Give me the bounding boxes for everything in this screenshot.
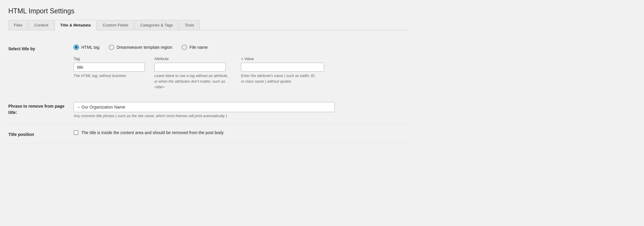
tab-content[interactable]: Content: [29, 20, 54, 30]
radio-file-name-label: File name: [189, 45, 207, 50]
title-position-checkbox-option[interactable]: The title is inside the content area and…: [74, 130, 407, 135]
tab-categories-tags[interactable]: Categories & Tags: [134, 20, 178, 30]
tag-input[interactable]: [74, 63, 145, 72]
value-label: = Value: [241, 56, 324, 61]
radio-html-tag[interactable]: HTML tag: [74, 45, 99, 50]
phrase-hint: Any common title phrase ( such as the si…: [74, 114, 407, 118]
attribute-hint: Leave blank to use a tag without an attr…: [154, 73, 231, 90]
tabs-bar: Files Content Title & Metadata Custom Fi…: [8, 20, 407, 30]
radio-html-tag-label: HTML tag: [81, 45, 99, 50]
tab-title-metadata[interactable]: Title & Metadata: [55, 20, 96, 30]
phrase-remove-section: Phrase to remove from page title: Any co…: [8, 96, 407, 124]
phrase-remove-label: Phrase to remove from page title:: [8, 102, 74, 116]
tag-attribute-value-row: Tag The HTML tag, without brackets Attri…: [74, 56, 407, 90]
value-hint: Enter the attribute's value ( such as wi…: [241, 73, 318, 84]
attribute-input[interactable]: [154, 63, 226, 72]
radio-dreamweaver-label: Dreamweaver template region: [117, 45, 172, 50]
tag-hint: The HTML tag, without brackets: [74, 73, 145, 79]
title-position-label: Title position: [8, 130, 74, 138]
tab-tools[interactable]: Tools: [179, 20, 200, 30]
tag-label: Tag: [74, 56, 145, 61]
select-title-content: HTML tag Dreamweaver template region Fil…: [74, 45, 407, 90]
value-field-group: = Value Enter the attribute's value ( su…: [241, 56, 324, 84]
radio-html-tag-input[interactable]: [74, 45, 79, 50]
radio-dreamweaver[interactable]: Dreamweaver template region: [109, 45, 172, 50]
page-title: HTML Import Settings: [8, 7, 407, 15]
radio-dreamweaver-input[interactable]: [109, 45, 114, 50]
attribute-label: Attribute: [154, 56, 231, 61]
phrase-input[interactable]: [74, 102, 335, 112]
attribute-field-group: Attribute Leave blank to use a tag witho…: [154, 56, 231, 90]
select-title-label: Select title by: [8, 45, 74, 52]
title-position-content: The title is inside the content area and…: [74, 130, 407, 135]
title-position-checkbox[interactable]: [74, 130, 78, 135]
phrase-remove-content: Any common title phrase ( such as the si…: [74, 102, 407, 118]
radio-file-name[interactable]: File name: [182, 45, 207, 50]
title-position-section: Title position The title is inside the c…: [8, 124, 407, 144]
tag-field-group: Tag The HTML tag, without brackets: [74, 56, 145, 79]
page-wrapper: HTML Import Settings Files Content Title…: [0, 0, 415, 151]
tab-custom-fields[interactable]: Custom Fields: [97, 20, 134, 30]
tab-files[interactable]: Files: [8, 20, 28, 30]
select-title-section: Select title by HTML tag Dreamweaver tem…: [8, 39, 407, 96]
title-position-checkbox-label: The title is inside the content area and…: [81, 130, 223, 135]
value-input[interactable]: [241, 63, 324, 72]
radio-file-name-input[interactable]: [182, 45, 187, 50]
select-title-radio-group: HTML tag Dreamweaver template region Fil…: [74, 45, 407, 50]
